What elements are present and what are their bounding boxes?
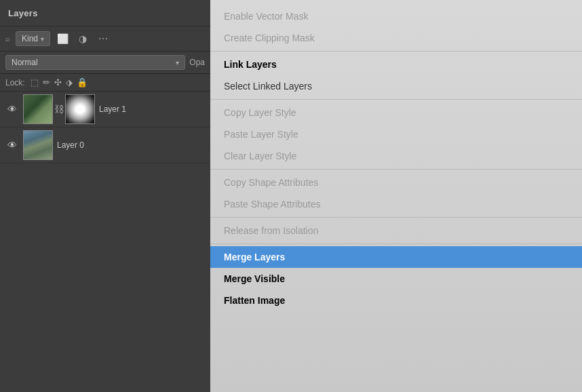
- menu-item-enable-vector-mask[interactable]: Enable Vector Mask: [210, 5, 582, 27]
- menu-item-paste-layer-style[interactable]: Paste Layer Style: [210, 123, 582, 145]
- layer-name: Layer 1: [99, 104, 205, 114]
- layer-mask-thumbnail: [65, 94, 95, 124]
- layer-item[interactable]: 👁 Layer 0: [0, 128, 210, 163]
- eye-icon: 👁: [7, 104, 17, 115]
- menu-item-paste-shape-attributes[interactable]: Paste Shape Attributes: [210, 193, 582, 215]
- menu-item-copy-layer-style[interactable]: Copy Layer Style: [210, 102, 582, 123]
- menu-item-clear-layer-style[interactable]: Clear Layer Style: [210, 145, 582, 167]
- blend-row: Normal ▾ Opa: [0, 52, 210, 74]
- layer-name: Layer 0: [57, 140, 205, 150]
- menu-item-select-linked-layers[interactable]: Select Linked Layers: [210, 75, 582, 97]
- layer-item[interactable]: 👁 ⛓ Layer 1: [0, 92, 210, 128]
- filter-adjustment-button[interactable]: ◑: [75, 31, 91, 47]
- filter-extra-button[interactable]: ⋯: [95, 31, 111, 47]
- layer-thumbnails: ⛓: [23, 94, 95, 124]
- layers-title: Layers: [8, 8, 38, 18]
- layer-thumbnail: [23, 130, 53, 160]
- layers-list: 👁 ⛓ Layer 1 👁 Laye: [0, 92, 210, 392]
- filter-pixel-button[interactable]: ⬜: [54, 31, 71, 47]
- lock-transparent-icon[interactable]: ⬚: [31, 77, 39, 87]
- layers-panel: Layers ⌕ Kind ▾ ⬜ ◑ ⋯ Normal ▾ Opa Lock:…: [0, 0, 210, 392]
- blend-mode-dropdown[interactable]: Normal ▾: [5, 55, 185, 70]
- menu-separator: [210, 217, 582, 218]
- lock-row: Lock: ⬚ ✏ ✣ ⬗ 🔒: [0, 74, 210, 92]
- menu-item-merge-layers[interactable]: Merge Layers: [210, 246, 582, 268]
- mask-chain-icon: ⛓: [54, 104, 64, 115]
- mask-image: [66, 95, 94, 123]
- layer-image: [24, 95, 52, 123]
- menu-top-section: Enable Vector Mask Create Clipping Mask …: [210, 0, 582, 311]
- blend-mode-label: Normal: [12, 58, 173, 67]
- chevron-down-icon: ▾: [176, 59, 179, 66]
- context-menu: Enable Vector Mask Create Clipping Mask …: [210, 0, 582, 392]
- lock-artboard-icon[interactable]: ⬗: [66, 77, 73, 87]
- menu-separator: [210, 243, 582, 244]
- layers-header: Layers: [0, 0, 210, 26]
- lock-all-icon[interactable]: 🔒: [77, 77, 88, 87]
- layer-thumbnail: [23, 94, 53, 124]
- lock-icons: ⬚ ✏ ✣ ⬗ 🔒: [31, 77, 88, 87]
- menu-item-release-from-isolation[interactable]: Release from Isolation: [210, 220, 582, 241]
- menu-item-link-layers[interactable]: Link Layers: [210, 54, 582, 75]
- menu-item-copy-shape-attributes[interactable]: Copy Shape Attributes: [210, 172, 582, 193]
- menu-item-create-clipping-mask[interactable]: Create Clipping Mask: [210, 27, 582, 49]
- visibility-toggle[interactable]: 👁: [5, 140, 19, 151]
- opacity-label: Opa: [189, 58, 205, 67]
- kind-dropdown[interactable]: Kind ▾: [16, 31, 50, 46]
- eye-icon: 👁: [7, 140, 17, 151]
- kind-label: Kind: [22, 34, 38, 43]
- layer-thumbnails: [23, 130, 53, 160]
- menu-separator: [210, 169, 582, 170]
- menu-item-flatten-image[interactable]: Flatten Image: [210, 290, 582, 311]
- filter-row: ⌕ Kind ▾ ⬜ ◑ ⋯: [0, 26, 210, 52]
- search-icon: ⌕: [5, 35, 10, 43]
- lock-label: Lock:: [5, 78, 25, 87]
- layer-image: [24, 131, 52, 159]
- menu-separator: [210, 99, 582, 100]
- visibility-toggle[interactable]: 👁: [5, 104, 19, 115]
- lock-image-icon[interactable]: ✏: [43, 77, 50, 87]
- lock-move-icon[interactable]: ✣: [54, 77, 62, 87]
- menu-separator: [210, 51, 582, 52]
- chevron-down-icon: ▾: [41, 35, 44, 43]
- menu-item-merge-visible[interactable]: Merge Visible: [210, 268, 582, 290]
